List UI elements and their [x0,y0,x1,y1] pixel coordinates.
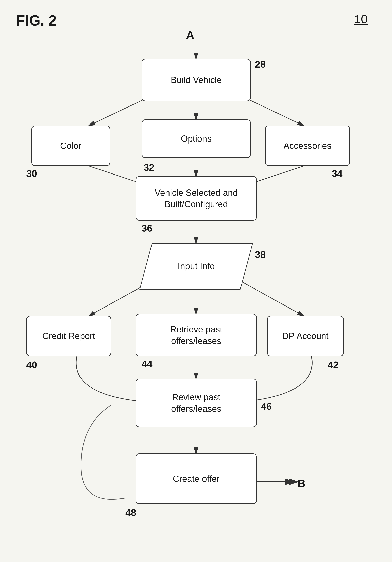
ref-34: 34 [332,168,342,179]
ref-38: 38 [255,249,266,260]
ref-46: 46 [261,401,272,412]
color-box: Color [31,126,110,166]
options-box: Options [142,119,251,158]
ref-42: 42 [328,359,338,371]
accessories-box: Accessories [265,126,350,166]
vehicle-selected-box: Vehicle Selected and Built/Configured [135,176,257,221]
figure-label: FIG. 2 [16,12,57,29]
create-offer-box: Create offer [135,454,257,504]
build-vehicle-box: Build Vehicle [142,59,251,101]
ref-28: 28 [255,59,266,70]
accessories-label: Accessories [283,140,331,152]
build-vehicle-label: Build Vehicle [171,74,222,86]
entry-point-a: A [186,28,194,42]
ref-32: 32 [144,162,154,173]
options-label: Options [181,133,212,144]
exit-point-b: B [297,477,305,490]
dp-account-box: DP Account [267,316,344,356]
ref-44: 44 [142,358,152,369]
credit-report-label: Credit Report [42,330,95,342]
ref-36: 36 [142,223,152,234]
vehicle-selected-label: Vehicle Selected and Built/Configured [155,187,238,210]
credit-report-box: Credit Report [26,316,111,356]
figure-ref-number: 10 [354,12,368,26]
color-label: Color [60,140,81,152]
create-offer-label: Create offer [173,473,220,484]
ref-40: 40 [26,359,37,371]
page: FIG. 2 10 [0,0,392,562]
dp-account-label: DP Account [282,330,328,342]
input-info-box: Input Info [146,243,247,290]
retrieve-past-box: Retrieve past offers/leases [135,314,257,356]
ref-48: 48 [125,507,136,518]
ref-30: 30 [26,168,37,179]
retrieve-past-label: Retrieve past offers/leases [170,324,222,347]
review-past-label: Review past offers/leases [171,391,222,414]
input-info-label: Input Info [178,260,215,272]
review-past-box: Review past offers/leases [135,379,257,427]
